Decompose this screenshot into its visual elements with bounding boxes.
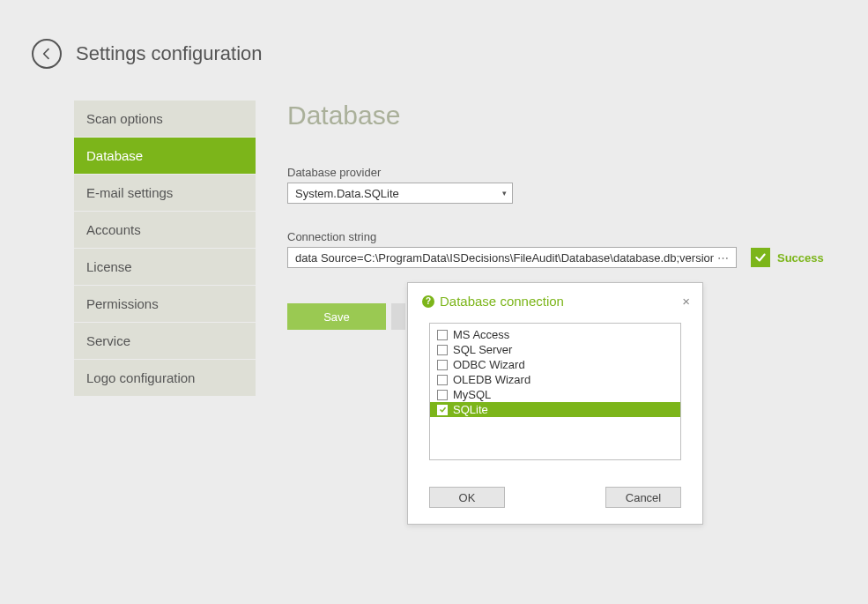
sidebar-item-label: E-mail settings <box>86 185 173 200</box>
sidebar-item-label: Accounts <box>86 222 141 237</box>
sidebar-item-label: Permissions <box>86 296 159 311</box>
sidebar-item-license[interactable]: License <box>74 249 256 286</box>
option-oledb-wizard[interactable]: OLEDB Wizard <box>430 372 680 387</box>
page-title: Settings configuration <box>76 42 263 65</box>
back-button[interactable] <box>32 39 62 69</box>
checkbox-icon <box>437 390 448 400</box>
connection-label: Connection string <box>287 230 842 243</box>
option-label: SQL Server <box>453 343 512 356</box>
cancel-button[interactable]: Cancel <box>605 487 681 508</box>
sidebar-item-label: Logo configuration <box>86 370 195 385</box>
connection-string-input[interactable]: data Source=C:\ProgramData\ISDecisions\F… <box>287 247 737 268</box>
secondary-button[interactable] <box>391 303 405 330</box>
option-ms-access[interactable]: MS Access <box>430 327 680 342</box>
option-label: SQLite <box>453 403 488 416</box>
dialog-icon: ? <box>422 295 434 308</box>
sidebar-item-label: Scan options <box>86 111 163 126</box>
dialog-title: Database connection <box>440 294 564 309</box>
option-label: OLEDB Wizard <box>453 373 530 386</box>
settings-sidebar: Scan options Database E-mail settings Ac… <box>74 101 256 397</box>
ellipsis-icon[interactable]: ⋯ <box>714 251 729 265</box>
sidebar-item-accounts[interactable]: Accounts <box>74 212 256 249</box>
provider-dropdown[interactable]: System.Data.SQLite ▾ <box>287 183 513 204</box>
provider-label: Database provider <box>287 166 842 179</box>
save-button[interactable]: Save <box>287 303 386 330</box>
provider-value: System.Data.SQLite <box>295 187 399 200</box>
option-label: MySQL <box>453 388 491 401</box>
connection-option-list: MS Access SQL Server ODBC Wizard OLEDB W… <box>429 323 681 460</box>
option-label: ODBC Wizard <box>453 358 525 371</box>
option-sql-server[interactable]: SQL Server <box>430 342 680 357</box>
option-sqlite[interactable]: SQLite <box>430 402 680 417</box>
checkbox-icon <box>437 405 448 415</box>
sidebar-item-label: Service <box>86 333 130 348</box>
sidebar-item-label: License <box>86 259 132 274</box>
checkbox-icon <box>437 360 448 370</box>
sidebar-item-label: Database <box>86 148 143 163</box>
checkbox-icon <box>437 375 448 385</box>
ok-button[interactable]: OK <box>429 487 505 508</box>
option-odbc-wizard[interactable]: ODBC Wizard <box>430 357 680 372</box>
status-label: Success <box>777 251 824 265</box>
arrow-left-icon <box>40 47 54 61</box>
option-mysql[interactable]: MySQL <box>430 387 680 402</box>
checkbox-icon <box>437 330 448 340</box>
connection-string-value: data Source=C:\ProgramData\ISDecisions\F… <box>295 251 714 265</box>
sidebar-item-logo-configuration[interactable]: Logo configuration <box>74 360 256 397</box>
option-label: MS Access <box>453 328 509 341</box>
main-heading: Database <box>287 101 842 130</box>
checkbox-icon <box>437 345 448 355</box>
chevron-down-icon: ▾ <box>502 189 507 198</box>
sidebar-item-scan-options[interactable]: Scan options <box>74 101 256 138</box>
sidebar-item-database[interactable]: Database <box>74 138 256 175</box>
database-connection-dialog: ? Database connection × MS Access SQL Se… <box>407 282 703 525</box>
sidebar-item-service[interactable]: Service <box>74 323 256 360</box>
check-icon <box>751 248 770 267</box>
sidebar-item-permissions[interactable]: Permissions <box>74 286 256 323</box>
close-icon[interactable]: × <box>682 294 690 309</box>
sidebar-item-email-settings[interactable]: E-mail settings <box>74 175 256 212</box>
status-badge: Success <box>751 248 824 267</box>
